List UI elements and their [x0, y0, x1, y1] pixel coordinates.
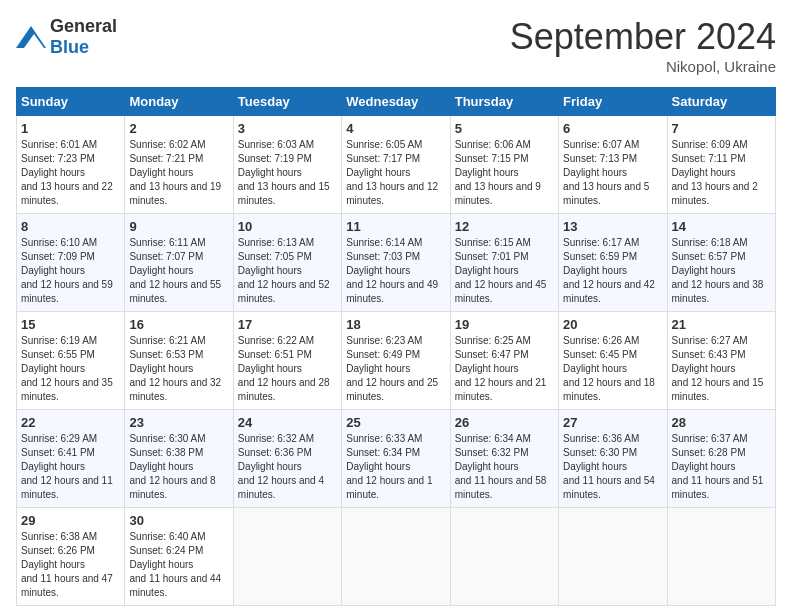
- table-row: 6 Sunrise: 6:07 AM Sunset: 7:13 PM Dayli…: [559, 116, 667, 214]
- day-info: Sunrise: 6:33 AM Sunset: 6:34 PM Dayligh…: [346, 432, 445, 502]
- day-number: 2: [129, 121, 228, 136]
- day-info: Sunrise: 6:32 AM Sunset: 6:36 PM Dayligh…: [238, 432, 337, 502]
- day-number: 28: [672, 415, 771, 430]
- month-title: September 2024: [510, 16, 776, 58]
- day-info: Sunrise: 6:07 AM Sunset: 7:13 PM Dayligh…: [563, 138, 662, 208]
- table-row: 18 Sunrise: 6:23 AM Sunset: 6:49 PM Dayl…: [342, 312, 450, 410]
- col-thursday: Thursday: [450, 88, 558, 116]
- table-row: 11 Sunrise: 6:14 AM Sunset: 7:03 PM Dayl…: [342, 214, 450, 312]
- table-row: 27 Sunrise: 6:36 AM Sunset: 6:30 PM Dayl…: [559, 410, 667, 508]
- table-row: 20 Sunrise: 6:26 AM Sunset: 6:45 PM Dayl…: [559, 312, 667, 410]
- day-number: 10: [238, 219, 337, 234]
- table-row: [450, 508, 558, 606]
- table-row: 30 Sunrise: 6:40 AM Sunset: 6:24 PM Dayl…: [125, 508, 233, 606]
- day-number: 6: [563, 121, 662, 136]
- day-number: 12: [455, 219, 554, 234]
- col-sunday: Sunday: [17, 88, 125, 116]
- day-number: 20: [563, 317, 662, 332]
- table-row: 7 Sunrise: 6:09 AM Sunset: 7:11 PM Dayli…: [667, 116, 775, 214]
- day-info: Sunrise: 6:36 AM Sunset: 6:30 PM Dayligh…: [563, 432, 662, 502]
- logo-general-text: General: [50, 16, 117, 36]
- col-monday: Monday: [125, 88, 233, 116]
- table-row: [667, 508, 775, 606]
- day-number: 26: [455, 415, 554, 430]
- table-row: 1 Sunrise: 6:01 AM Sunset: 7:23 PM Dayli…: [17, 116, 125, 214]
- day-number: 27: [563, 415, 662, 430]
- page-header: General Blue September 2024 Nikopol, Ukr…: [16, 16, 776, 75]
- col-wednesday: Wednesday: [342, 88, 450, 116]
- day-info: Sunrise: 6:18 AM Sunset: 6:57 PM Dayligh…: [672, 236, 771, 306]
- day-info: Sunrise: 6:30 AM Sunset: 6:38 PM Dayligh…: [129, 432, 228, 502]
- table-row: 3 Sunrise: 6:03 AM Sunset: 7:19 PM Dayli…: [233, 116, 341, 214]
- day-number: 19: [455, 317, 554, 332]
- day-info: Sunrise: 6:29 AM Sunset: 6:41 PM Dayligh…: [21, 432, 120, 502]
- day-number: 5: [455, 121, 554, 136]
- day-number: 18: [346, 317, 445, 332]
- table-row: 26 Sunrise: 6:34 AM Sunset: 6:32 PM Dayl…: [450, 410, 558, 508]
- logo-blue-text: Blue: [50, 37, 89, 57]
- table-row: 23 Sunrise: 6:30 AM Sunset: 6:38 PM Dayl…: [125, 410, 233, 508]
- table-row: 14 Sunrise: 6:18 AM Sunset: 6:57 PM Dayl…: [667, 214, 775, 312]
- table-row: 19 Sunrise: 6:25 AM Sunset: 6:47 PM Dayl…: [450, 312, 558, 410]
- day-info: Sunrise: 6:21 AM Sunset: 6:53 PM Dayligh…: [129, 334, 228, 404]
- table-row: 8 Sunrise: 6:10 AM Sunset: 7:09 PM Dayli…: [17, 214, 125, 312]
- col-saturday: Saturday: [667, 88, 775, 116]
- table-row: 25 Sunrise: 6:33 AM Sunset: 6:34 PM Dayl…: [342, 410, 450, 508]
- table-row: 5 Sunrise: 6:06 AM Sunset: 7:15 PM Dayli…: [450, 116, 558, 214]
- day-info: Sunrise: 6:02 AM Sunset: 7:21 PM Dayligh…: [129, 138, 228, 208]
- day-number: 22: [21, 415, 120, 430]
- day-number: 15: [21, 317, 120, 332]
- day-number: 23: [129, 415, 228, 430]
- day-number: 14: [672, 219, 771, 234]
- table-row: 16 Sunrise: 6:21 AM Sunset: 6:53 PM Dayl…: [125, 312, 233, 410]
- day-info: Sunrise: 6:19 AM Sunset: 6:55 PM Dayligh…: [21, 334, 120, 404]
- table-row: 28 Sunrise: 6:37 AM Sunset: 6:28 PM Dayl…: [667, 410, 775, 508]
- day-info: Sunrise: 6:25 AM Sunset: 6:47 PM Dayligh…: [455, 334, 554, 404]
- day-info: Sunrise: 6:23 AM Sunset: 6:49 PM Dayligh…: [346, 334, 445, 404]
- day-info: Sunrise: 6:03 AM Sunset: 7:19 PM Dayligh…: [238, 138, 337, 208]
- table-row: [233, 508, 341, 606]
- day-info: Sunrise: 6:34 AM Sunset: 6:32 PM Dayligh…: [455, 432, 554, 502]
- day-info: Sunrise: 6:15 AM Sunset: 7:01 PM Dayligh…: [455, 236, 554, 306]
- day-number: 9: [129, 219, 228, 234]
- day-number: 11: [346, 219, 445, 234]
- table-row: 29 Sunrise: 6:38 AM Sunset: 6:26 PM Dayl…: [17, 508, 125, 606]
- day-info: Sunrise: 6:17 AM Sunset: 6:59 PM Dayligh…: [563, 236, 662, 306]
- table-row: 10 Sunrise: 6:13 AM Sunset: 7:05 PM Dayl…: [233, 214, 341, 312]
- day-info: Sunrise: 6:37 AM Sunset: 6:28 PM Dayligh…: [672, 432, 771, 502]
- logo: General Blue: [16, 16, 117, 58]
- location-title: Nikopol, Ukraine: [510, 58, 776, 75]
- day-number: 8: [21, 219, 120, 234]
- col-friday: Friday: [559, 88, 667, 116]
- table-row: [559, 508, 667, 606]
- day-number: 29: [21, 513, 120, 528]
- day-number: 13: [563, 219, 662, 234]
- table-row: 17 Sunrise: 6:22 AM Sunset: 6:51 PM Dayl…: [233, 312, 341, 410]
- day-info: Sunrise: 6:38 AM Sunset: 6:26 PM Dayligh…: [21, 530, 120, 600]
- day-number: 17: [238, 317, 337, 332]
- day-number: 16: [129, 317, 228, 332]
- day-number: 21: [672, 317, 771, 332]
- day-info: Sunrise: 6:10 AM Sunset: 7:09 PM Dayligh…: [21, 236, 120, 306]
- day-info: Sunrise: 6:26 AM Sunset: 6:45 PM Dayligh…: [563, 334, 662, 404]
- day-number: 1: [21, 121, 120, 136]
- day-info: Sunrise: 6:14 AM Sunset: 7:03 PM Dayligh…: [346, 236, 445, 306]
- day-number: 4: [346, 121, 445, 136]
- table-row: 13 Sunrise: 6:17 AM Sunset: 6:59 PM Dayl…: [559, 214, 667, 312]
- table-row: 15 Sunrise: 6:19 AM Sunset: 6:55 PM Dayl…: [17, 312, 125, 410]
- day-info: Sunrise: 6:05 AM Sunset: 7:17 PM Dayligh…: [346, 138, 445, 208]
- day-info: Sunrise: 6:40 AM Sunset: 6:24 PM Dayligh…: [129, 530, 228, 600]
- day-number: 24: [238, 415, 337, 430]
- table-row: 4 Sunrise: 6:05 AM Sunset: 7:17 PM Dayli…: [342, 116, 450, 214]
- calendar-table: Sunday Monday Tuesday Wednesday Thursday…: [16, 87, 776, 606]
- day-info: Sunrise: 6:27 AM Sunset: 6:43 PM Dayligh…: [672, 334, 771, 404]
- table-row: 9 Sunrise: 6:11 AM Sunset: 7:07 PM Dayli…: [125, 214, 233, 312]
- table-row: 12 Sunrise: 6:15 AM Sunset: 7:01 PM Dayl…: [450, 214, 558, 312]
- day-info: Sunrise: 6:06 AM Sunset: 7:15 PM Dayligh…: [455, 138, 554, 208]
- day-number: 3: [238, 121, 337, 136]
- day-info: Sunrise: 6:11 AM Sunset: 7:07 PM Dayligh…: [129, 236, 228, 306]
- col-tuesday: Tuesday: [233, 88, 341, 116]
- day-info: Sunrise: 6:01 AM Sunset: 7:23 PM Dayligh…: [21, 138, 120, 208]
- logo-icon: [16, 26, 46, 48]
- title-area: September 2024 Nikopol, Ukraine: [510, 16, 776, 75]
